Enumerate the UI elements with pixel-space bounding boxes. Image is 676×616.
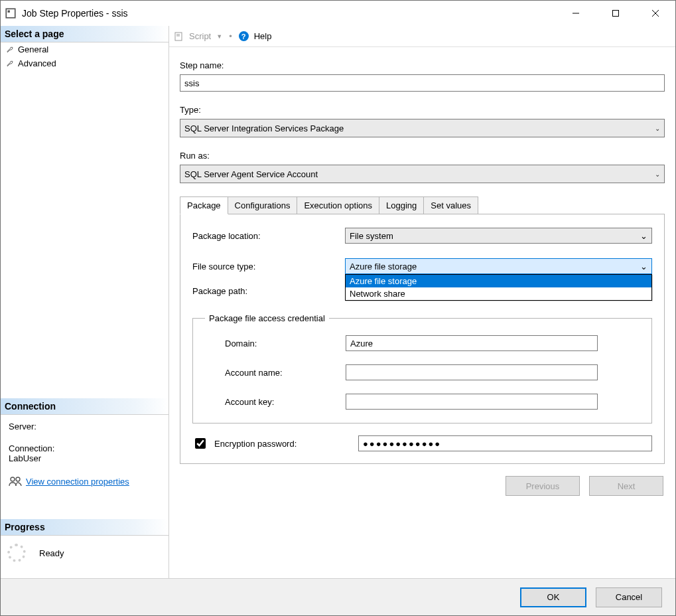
people-icon [9, 475, 22, 487]
next-button[interactable]: Next [589, 476, 663, 496]
svg-rect-1 [8, 11, 10, 13]
file-source-option-network[interactable]: Network share [346, 287, 651, 300]
svg-rect-8 [175, 33, 182, 40]
chevron-down-icon: ⌄ [655, 171, 660, 178]
package-path-label: Package path: [192, 286, 345, 296]
wrench-icon [6, 46, 14, 54]
tab-execution-options[interactable]: Execution options [297, 196, 379, 214]
file-source-type-dropdown-list: Azure file storage Network share [345, 274, 652, 301]
chevron-down-icon: ⌄ [640, 231, 647, 241]
run-as-value: SQL Server Agent Service Account [184, 169, 318, 179]
type-value: SQL Server Integration Services Package [184, 123, 344, 133]
package-location-value: File system [350, 231, 393, 241]
progress-header: Progress [1, 519, 169, 536]
encryption-password-checkbox[interactable] [195, 438, 206, 449]
type-label: Type: [180, 105, 665, 115]
step-name-label: Step name: [180, 60, 665, 70]
wrench-icon [6, 60, 14, 68]
previous-button[interactable]: Previous [506, 476, 580, 496]
ok-button[interactable]: OK [520, 587, 586, 607]
window-title: Job Step Properties - ssis [22, 8, 128, 19]
package-location-dropdown[interactable]: File system ⌄ [345, 228, 652, 244]
sidebar-item-label: Advanced [18, 58, 56, 68]
minimize-button[interactable] [556, 1, 596, 26]
help-icon: ? [239, 31, 249, 41]
encryption-password-input[interactable] [358, 435, 652, 451]
domain-label: Domain: [205, 339, 346, 348]
sidebar-item-label: General [18, 44, 48, 54]
app-icon [5, 7, 17, 19]
connection-label: Connection: [9, 443, 161, 453]
script-icon [174, 32, 184, 41]
svg-point-7 [16, 477, 20, 481]
view-connection-properties-link[interactable]: View connection properties [26, 477, 129, 487]
sidebar-item-advanced[interactable]: Advanced [1, 56, 169, 70]
titlebar: Job Step Properties - ssis [1, 1, 675, 26]
sidebar-item-general[interactable]: General [1, 42, 169, 56]
account-name-input[interactable] [346, 364, 598, 380]
close-button[interactable] [636, 1, 675, 26]
account-name-label: Account name: [205, 368, 346, 378]
svg-rect-3 [613, 11, 619, 17]
package-file-access-credential-group: Package file access credential Domain: A… [192, 313, 652, 424]
tab-content-package: Package location: File system ⌄ File sou… [180, 214, 665, 464]
file-source-type-value: Azure file storage [350, 262, 417, 271]
tab-package[interactable]: Package [180, 196, 228, 214]
tab-configurations[interactable]: Configurations [228, 196, 298, 214]
maximize-button[interactable] [596, 1, 636, 26]
dialog-footer: OK Cancel [1, 578, 675, 615]
type-dropdown[interactable]: SQL Server Integration Services Package … [180, 119, 665, 137]
progress-status: Ready [39, 548, 64, 558]
credential-legend: Package file access credential [205, 313, 329, 323]
file-source-option-azure[interactable]: Azure file storage [346, 275, 651, 287]
account-key-input[interactable] [346, 394, 598, 410]
tab-logging[interactable]: Logging [379, 196, 424, 214]
toolbar-separator: • [225, 31, 236, 41]
progress-spinner-icon [7, 544, 26, 562]
package-location-label: Package location: [192, 231, 345, 241]
encryption-password-label: Encryption password: [214, 439, 297, 449]
connection-header: Connection [1, 398, 169, 415]
domain-input[interactable] [346, 335, 598, 351]
connection-value: LabUser [9, 453, 161, 463]
sidebar: Select a page General Advanced Connectio… [1, 26, 169, 578]
svg-point-6 [11, 477, 15, 481]
select-page-header: Select a page [1, 26, 169, 42]
cancel-button[interactable]: Cancel [596, 587, 662, 607]
chevron-down-icon[interactable]: ▼ [214, 33, 222, 40]
job-step-properties-window: Job Step Properties - ssis Select a page… [0, 0, 676, 616]
chevron-down-icon: ⌄ [655, 125, 660, 132]
main-panel: Script ▼ • ? Help Step name: Type: SQL S… [169, 26, 675, 578]
tab-set-values[interactable]: Set values [423, 196, 478, 214]
help-button[interactable]: Help [254, 31, 272, 41]
step-name-input[interactable] [180, 74, 665, 92]
account-key-label: Account key: [205, 397, 346, 407]
run-as-label: Run as: [180, 151, 665, 161]
script-button[interactable]: Script [189, 31, 211, 41]
svg-rect-0 [6, 9, 15, 18]
run-as-dropdown[interactable]: SQL Server Agent Service Account ⌄ [180, 165, 665, 183]
file-source-type-label: File source type: [192, 262, 345, 271]
server-label: Server: [9, 422, 161, 431]
top-toolbar: Script ▼ • ? Help [169, 26, 675, 47]
chevron-down-icon: ⌄ [640, 262, 647, 271]
file-source-type-dropdown[interactable]: Azure file storage ⌄ [345, 258, 652, 274]
